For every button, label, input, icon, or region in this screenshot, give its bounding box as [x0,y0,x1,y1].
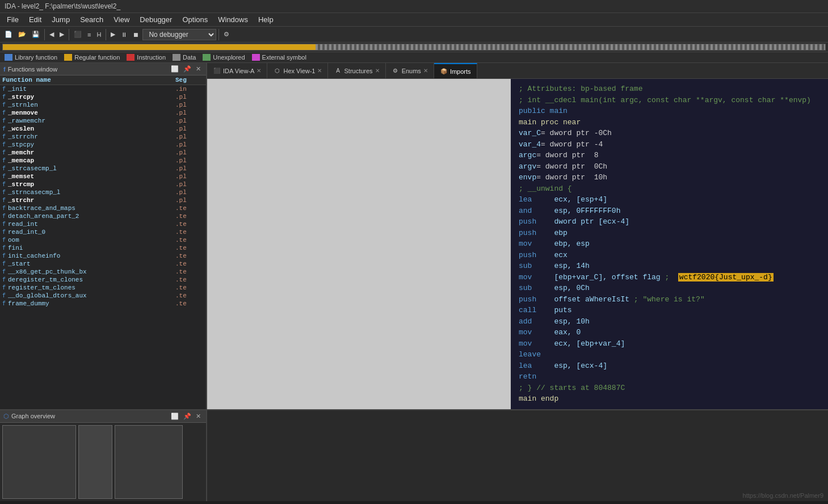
func-row[interactable]: f__do_global_dtors_aux.te [0,292,206,300]
func-row[interactable]: fregister_tm_clones.te [0,284,206,292]
tab-ida-view[interactable]: ⬛IDA View-A✕ [207,63,267,78]
code-instr: lea [519,362,532,370]
toolbar-btn-list[interactable]: ≡ [85,30,93,39]
graph-box-3 [115,425,183,499]
toolbar-btn-open[interactable]: 📂 [16,30,28,39]
toolbar-btn-misc1[interactable]: ⚙ [221,30,232,39]
code-instr: sub [519,284,532,292]
func-row[interactable]: fread_int.te [0,220,206,228]
code-line: mov ecx, [ebp+var_4] [518,338,821,350]
func-row[interactable]: f_start.te [0,260,206,268]
func-name: _strncasecmp_l [8,189,175,196]
tab-close-enums[interactable]: ✕ [423,68,428,74]
func-row[interactable]: fbacktrace_and_maps.te [0,204,206,212]
progress-bar-area [0,43,828,52]
graph-restore-btn[interactable]: ⬜ [169,412,180,421]
func-row[interactable]: f_memset.pl [0,173,206,180]
func-row[interactable]: f_wcslen.pl [0,125,206,133]
func-row[interactable]: f_rawmemchr.pl [0,117,206,125]
graph-detach-btn[interactable]: 📌 [182,412,193,421]
code-instr: push [519,295,536,304]
code-instr: push [519,217,536,226]
menu-item-debugger[interactable]: Debugger [135,14,176,25]
func-row[interactable]: fframe_dummy.te [0,300,206,308]
func-row[interactable]: ffini.te [0,244,206,252]
functions-list[interactable]: f_init.inf_strcpy.plf_strnlen.plf_menmov… [0,85,206,409]
func-seg: .te [175,213,204,220]
code-instr: leave [519,350,541,359]
menu-item-windows[interactable]: Windows [213,14,253,25]
toolbar-btn-run[interactable]: ▶ [108,30,117,39]
func-name: _strcasecmp_l [8,165,175,172]
functions-detach-btn[interactable]: 📌 [182,65,193,73]
tab-structures[interactable]: AStructures✕ [328,63,385,78]
toolbar-btn-new[interactable]: 📄 [2,30,15,39]
func-row[interactable]: fread_int_0.te [0,228,206,236]
func-icon: f [2,94,6,100]
func-icon: f [2,126,6,132]
toolbar-btn-back[interactable]: ◀ [47,30,56,39]
menu-item-file[interactable]: File [2,14,23,25]
func-row[interactable]: f_strcmp.pl [0,180,206,188]
top-area: f Functions window ⬜ 📌 ✕ Function name S… [0,63,828,409]
menu-item-help[interactable]: Help [254,14,278,25]
toolbar-btn-stop[interactable]: ⏹ [131,30,141,39]
toolbar-btn-fwd[interactable]: ▶ [57,30,66,39]
legend-label-4: Unexplored [213,54,245,61]
tab-enums[interactable]: ⚙Enums✕ [386,63,434,78]
code-line: call puts [518,305,821,316]
menu-item-search[interactable]: Search [75,14,108,25]
func-row[interactable]: f_strcasecmp_l.pl [0,165,206,173]
toolbar-btn-pause[interactable]: ⏸ [119,30,129,39]
code-line: mov [ebp+var_C], offset flag ; wctf2020{… [518,272,821,283]
tab-label-ida-view: IDA View-A [223,68,254,74]
functions-restore-btn[interactable]: ⬜ [169,65,180,73]
menu-item-options[interactable]: Options [178,14,212,25]
func-row[interactable]: f_strnlen.pl [0,101,206,109]
func-row[interactable]: f_strcpy.pl [0,93,206,101]
func-icon: f [2,229,6,236]
legend-bar: Library functionRegular functionInstruct… [0,52,828,63]
menu-item-jump[interactable]: Jump [47,14,74,25]
func-row[interactable]: fdetach_arena_part_2.te [0,212,206,220]
code-operand: esp, 0FFFFFFF0h [532,207,620,215]
tab-icon-ida-view: ⬛ [213,67,221,75]
toolbar-btn-save[interactable]: 💾 [30,30,42,39]
func-row[interactable]: foom.te [0,236,206,244]
func-icon: f [2,134,6,140]
code-operand: esp, 10h [532,317,589,326]
tab-close-ida-view[interactable]: ✕ [257,68,261,74]
debugger-select[interactable]: No debugger [142,29,216,40]
func-row[interactable]: finit_cacheinfo.te [0,252,206,260]
code-view[interactable]: ; Attributes: bp-based frame; int __cdec… [511,79,828,409]
tab-close-structures[interactable]: ✕ [375,68,380,74]
func-row[interactable]: f_stpcpy.pl [0,141,206,149]
func-row[interactable]: f_menmove.pl [0,109,206,117]
func-row[interactable]: f_strncasecmp_l.pl [0,188,206,196]
tab-hex-view[interactable]: ⬡Hex View-1✕ [267,63,328,78]
tab-close-hex-view[interactable]: ✕ [317,68,322,74]
graph-close-btn[interactable]: ✕ [194,412,203,421]
menu-item-edit[interactable]: Edit [24,14,46,25]
code-operand: ecx, [ebp+var_4] [532,339,625,348]
graph-overview-panel: ⬡ Graph overview ⬜ 📌 ✕ [0,410,207,501]
func-row[interactable]: f__x86_get_pc_thunk_bx.te [0,268,206,276]
func-row[interactable]: f_memcap.pl [0,157,206,165]
func-icon: f [2,221,6,228]
toolbar-btn-graph[interactable]: ⬛ [72,30,84,39]
func-name: _strchr [8,197,175,204]
func-name: _rawmemchr [8,117,175,124]
func-row[interactable]: f_strchr.pl [0,196,206,204]
menu-item-view[interactable]: View [109,14,134,25]
func-icon: f [2,269,6,275]
tab-imports[interactable]: 📦Imports [434,63,477,78]
func-seg: .pl [175,102,204,108]
func-row[interactable]: f_init.in [0,85,206,93]
tabs-bar: ⬛IDA View-A✕⬡Hex View-1✕AStructures✕⚙Enu… [207,63,828,79]
toolbar-btn-hex[interactable]: H [94,30,103,39]
func-row[interactable]: fderegister_tm_clones.te [0,276,206,284]
functions-close-btn[interactable]: ✕ [194,65,203,73]
func-row[interactable]: f_strrchr.pl [0,133,206,141]
func-icon: f [2,118,6,124]
func-row[interactable]: f_memchr.pl [0,149,206,157]
